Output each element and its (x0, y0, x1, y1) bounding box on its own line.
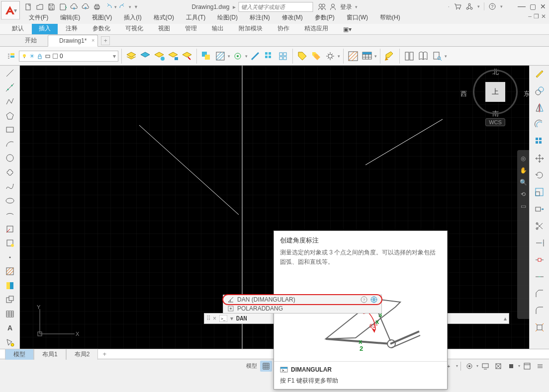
ribbon-tab-addons[interactable]: 附加模块 (232, 23, 270, 34)
point-tool[interactable] (2, 251, 17, 264)
makeblock-tool[interactable] (2, 236, 17, 250)
ribbon-tab-insert[interactable]: 插入 (32, 23, 58, 34)
login-label[interactable]: 登录 (340, 3, 352, 11)
ribbon-overflow[interactable]: ▣▾ (336, 24, 359, 34)
array-button[interactable] (263, 50, 275, 63)
doc-close-button[interactable]: ✕ (541, 13, 546, 20)
customize-status[interactable] (534, 361, 546, 372)
mtext-tool[interactable]: A (2, 321, 17, 335)
redo-dropdown[interactable]: ▾ (129, 4, 131, 9)
layer-iso-button[interactable] (139, 50, 152, 63)
ribbon-tab-manage[interactable]: 管理 (178, 23, 204, 34)
layout-tab-layout2[interactable]: 布局2 (66, 349, 98, 360)
workspace-switch[interactable] (463, 361, 475, 372)
ellipse-tool[interactable] (2, 194, 17, 208)
app-link-dropdown[interactable]: ▾ (477, 4, 480, 9)
doc-restore-button[interactable]: ❐ (534, 13, 539, 20)
doc-minimize-button[interactable]: – (528, 13, 532, 20)
layer-freeze-button[interactable] (153, 50, 166, 63)
table-tool[interactable] (2, 308, 17, 321)
cart-icon[interactable] (454, 2, 461, 10)
erase-tool[interactable] (532, 67, 547, 81)
palette-button[interactable] (403, 50, 416, 63)
cloud-save-button[interactable] (80, 1, 91, 12)
ribbon-tab-featured[interactable]: 精选应用 (297, 23, 335, 34)
line-tool[interactable] (2, 67, 17, 80)
status-model-label[interactable]: 模型 (244, 362, 259, 370)
clean-screen[interactable] (521, 361, 533, 372)
ribbon-tab-output[interactable]: 输出 (205, 23, 231, 34)
menu-help[interactable]: 帮助(H) (374, 12, 406, 23)
nav-orbit-icon[interactable]: ⟲ (521, 191, 526, 198)
ellipsearc-tool[interactable] (2, 208, 17, 222)
help-small-icon[interactable]: ? (361, 296, 367, 303)
open-button[interactable] (34, 1, 45, 12)
extend-tool[interactable] (532, 235, 547, 250)
viewcube-top-face[interactable]: 上 (485, 82, 505, 102)
nav-pan-icon[interactable]: ✋ (520, 167, 527, 174)
window-maximize-button[interactable]: ▢ (530, 2, 536, 10)
circle-tool[interactable] (2, 152, 17, 165)
annotation-monitor[interactable] (479, 361, 491, 372)
save-button[interactable] (46, 1, 57, 12)
menu-format[interactable]: 格式(O) (148, 12, 180, 23)
hatch-tool[interactable] (2, 265, 17, 278)
layer-lock-button[interactable] (167, 50, 180, 63)
cloud-open-button[interactable] (69, 1, 80, 12)
stretch-tool[interactable] (532, 202, 547, 217)
insertblock-tool[interactable] (2, 223, 17, 236)
menu-window[interactable]: 窗口(W) (341, 12, 374, 23)
ribbon-tab-view[interactable]: 视图 (151, 23, 177, 34)
hatch-button[interactable] (214, 50, 227, 63)
menu-insert[interactable]: 插入(I) (118, 12, 147, 23)
layer-match-button[interactable] (181, 50, 193, 63)
ribbon-tab-annotate[interactable]: 注释 (59, 23, 85, 34)
file-tab-close-icon[interactable]: × (92, 37, 94, 43)
undo-button[interactable] (103, 1, 114, 12)
add-layout-button[interactable]: + (100, 350, 109, 358)
menu-parametric[interactable]: 参数(P) (309, 12, 341, 23)
menu-dimension[interactable]: 标注(N) (244, 12, 276, 23)
hatch-edit-button[interactable] (347, 50, 360, 63)
join-tool[interactable] (532, 269, 547, 284)
trim-tool[interactable] (532, 219, 547, 234)
menu-edit[interactable]: 编辑(E) (54, 12, 86, 23)
array-tool-r[interactable] (532, 134, 547, 149)
wcs-badge[interactable]: WCS (485, 118, 505, 126)
spline-tool[interactable] (2, 180, 17, 193)
search-doc-button[interactable] (431, 50, 444, 63)
region-tool[interactable] (2, 293, 17, 307)
gear-button[interactable] (324, 50, 337, 63)
table-button[interactable] (361, 50, 373, 63)
block-insert-button[interactable] (200, 50, 213, 63)
app-menu-button[interactable]: ▾ (1, 1, 20, 20)
qat-dropdown[interactable]: ▼ (134, 4, 138, 9)
hardware-accel[interactable] (492, 361, 504, 372)
file-tab-start[interactable]: 开始 (14, 34, 48, 47)
polyline-tool[interactable] (2, 95, 17, 108)
ribbon-tab-parametric[interactable]: 参数化 (86, 23, 117, 34)
cmdline-dropdown[interactable]: ▴ (504, 315, 507, 322)
menu-draw[interactable]: 绘图(D) (211, 12, 244, 23)
command-suggestion-item[interactable]: DAN (DIMANGULAR) ? (223, 295, 381, 304)
panel-dropdown[interactable]: ▾ (338, 54, 340, 59)
cmdline-close-button[interactable]: × (213, 315, 216, 322)
panel-dropdown[interactable]: ▾ (445, 54, 447, 59)
redo-button[interactable] (117, 1, 128, 12)
undo-dropdown[interactable]: ▾ (114, 4, 117, 9)
add-file-tab-button[interactable]: + (101, 36, 110, 45)
nav-zoom-icon[interactable]: 🔍 (520, 179, 527, 186)
rectangle-tool[interactable] (2, 123, 17, 137)
xline-tool[interactable] (2, 81, 17, 94)
ribbon-tab-default[interactable]: 默认 (5, 23, 31, 34)
plot-button[interactable] (92, 1, 102, 12)
measure-button[interactable] (249, 50, 262, 63)
chamfer-tool[interactable] (532, 286, 547, 301)
menu-file[interactable]: 文件(F) (23, 12, 54, 23)
isolate-objects[interactable] (505, 361, 517, 372)
layer-dropdown[interactable]: ☀ 0 ▾ (19, 51, 118, 62)
mirror-tool[interactable] (532, 100, 547, 115)
break-tool[interactable] (532, 252, 547, 267)
app-link-icon[interactable] (465, 2, 473, 10)
command-suggestion-item[interactable]: POLARADDANG (223, 304, 381, 313)
